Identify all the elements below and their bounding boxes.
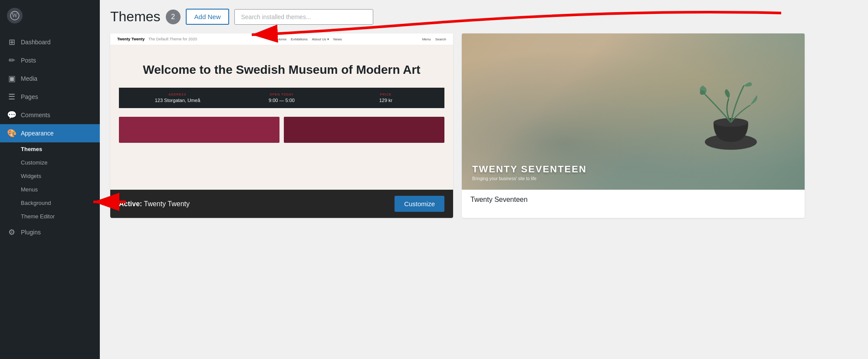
tt-nav-logo: Twenty Twenty The Default Theme for 2020: [117, 37, 197, 41]
sidebar-logo: W: [0, 0, 100, 31]
posts-icon: ✏: [7, 56, 16, 65]
nav-section-main: ⊞ Dashboard ✏ Posts ▣ Media ☰ Pages 💬 Co…: [0, 33, 100, 241]
tt-value-hours: 9:00 — 5:00: [232, 98, 332, 103]
sidebar-subitem-background[interactable]: Background: [0, 196, 100, 210]
tt-nav-right: Menu Search: [422, 37, 446, 41]
tt-block-1: [119, 117, 279, 143]
sidebar-item-media[interactable]: ▣ Media: [0, 69, 100, 88]
sidebar-item-label: Comments: [21, 112, 50, 119]
add-new-button[interactable]: Add New: [186, 9, 230, 25]
sidebar-subitem-label: Background: [21, 200, 51, 206]
tt-block-2: [284, 117, 444, 143]
customize-button[interactable]: Customize: [395, 196, 444, 212]
sidebar-item-dashboard[interactable]: ⊞ Dashboard: [0, 33, 100, 51]
main-content: Themes 2 Add New Twenty Twenty The Defau…: [100, 0, 868, 359]
theme-footer-twenty-twenty: Active: Twenty Twenty Customize: [110, 190, 453, 218]
theme-preview-twenty-twenty: Twenty Twenty The Default Theme for 2020…: [110, 33, 453, 190]
page-title: Themes: [110, 9, 161, 25]
tt-label-address: ADDRESS: [128, 93, 227, 96]
tt-info-bar: ADDRESS 123 Storgatan, Umeå OPEN TODAY 9…: [119, 88, 444, 108]
sidebar-subitem-themes[interactable]: Themes: [0, 142, 100, 156]
tt-bottom-blocks: [110, 112, 453, 148]
tt-nav: Twenty Twenty The Default Theme for 2020…: [110, 33, 453, 45]
sidebar-item-label: Media: [21, 75, 37, 82]
tt-info-price: PRICE 129 kr: [336, 93, 436, 103]
theme-card-twenty-seventeen[interactable]: TWENTY SEVENTEEN Bringing your business'…: [462, 33, 805, 218]
sidebar-item-label: Plugins: [21, 229, 41, 236]
ts-theme-subtitle: Bringing your business' site to life: [472, 176, 794, 181]
sidebar-item-comments[interactable]: 💬 Comments: [0, 106, 100, 124]
nav-menu: Menu: [422, 37, 431, 41]
sidebar-item-appearance[interactable]: 🎨 Appearance: [0, 124, 100, 142]
pages-icon: ☰: [7, 92, 16, 102]
sidebar-subitem-menus[interactable]: Menus: [0, 183, 100, 196]
tt-label-hours: OPEN TODAY: [232, 93, 332, 96]
theme-name-twenty-seventeen: Twenty Seventeen: [470, 196, 796, 204]
tt-label-price: PRICE: [336, 93, 436, 96]
tt-logo-text: Twenty Twenty: [117, 37, 145, 41]
media-icon: ▣: [7, 74, 16, 83]
sidebar: W ⊞ Dashboard ✏ Posts ▣ Media ☰ Pages 💬 …: [0, 0, 100, 359]
theme-card-twenty-twenty[interactable]: Twenty Twenty The Default Theme for 2020…: [110, 33, 453, 218]
active-prefix: Active:: [119, 200, 142, 207]
ts-overlay: TWENTY SEVENTEEN Bringing your business'…: [462, 155, 805, 190]
tt-info-address: ADDRESS 123 Storgatan, Umeå: [128, 93, 227, 103]
tt-info-hours: OPEN TODAY 9:00 — 5:00: [232, 93, 332, 103]
sidebar-subitem-theme-editor[interactable]: Theme Editor: [0, 210, 100, 223]
theme-card-footer-twenty-seventeen: Twenty Seventeen: [462, 190, 805, 210]
tt-value-address: 123 Storgatan, Umeå: [128, 98, 227, 103]
tt-nav-links: Home Exhibitions About Us ▾ News: [277, 37, 342, 41]
sidebar-subitem-label: Menus: [21, 186, 38, 193]
sidebar-subitem-label: Theme Editor: [21, 213, 55, 220]
wordpress-icon: W: [7, 8, 23, 23]
ts-theme-title: TWENTY SEVENTEEN: [472, 164, 794, 175]
nav-link-home: Home: [277, 37, 286, 41]
comments-icon: 💬: [7, 110, 16, 120]
tt-value-price: 129 kr: [336, 98, 436, 103]
sidebar-subitem-label: Themes: [21, 146, 42, 152]
plugins-icon: ⚙: [7, 227, 16, 237]
sidebar-item-label: Pages: [21, 93, 38, 100]
sidebar-subitem-label: Customize: [21, 159, 47, 166]
sidebar-item-label: Posts: [21, 57, 36, 64]
themes-grid: Twenty Twenty The Default Theme for 2020…: [110, 33, 805, 218]
tt-hero-heading: Welcome to the Swedish Museum of Modern …: [119, 63, 444, 77]
nav-search: Search: [435, 37, 446, 41]
ts-plant-svg: [692, 59, 770, 155]
active-theme-name: Twenty Twenty: [144, 200, 190, 207]
sidebar-item-pages[interactable]: ☰ Pages: [0, 88, 100, 106]
theme-preview-twenty-seventeen: TWENTY SEVENTEEN Bringing your business'…: [462, 33, 805, 190]
dashboard-icon: ⊞: [7, 37, 16, 47]
nav-link-exhibitions: Exhibitions: [291, 37, 308, 41]
nav-link-news: News: [333, 37, 342, 41]
sidebar-item-posts[interactable]: ✏ Posts: [0, 51, 100, 69]
page-header: Themes 2 Add New: [110, 9, 858, 25]
appearance-icon: 🎨: [7, 128, 16, 138]
active-label: Active: Twenty Twenty: [119, 200, 190, 208]
search-input[interactable]: [234, 9, 373, 25]
sidebar-item-label: Appearance: [21, 130, 54, 137]
sidebar-item-label: Dashboard: [21, 39, 51, 46]
themes-count-badge: 2: [166, 10, 181, 24]
sidebar-subitem-widgets[interactable]: Widgets: [0, 169, 100, 183]
tt-hero: Welcome to the Swedish Museum of Modern …: [110, 45, 453, 88]
svg-text:W: W: [12, 12, 18, 19]
nav-link-about: About Us ▾: [312, 37, 329, 41]
tt-nav-tagline: The Default Theme for 2020: [148, 37, 197, 41]
sidebar-subitem-customize[interactable]: Customize: [0, 156, 100, 169]
sidebar-item-plugins[interactable]: ⚙ Plugins: [0, 223, 100, 241]
sidebar-subitem-label: Widgets: [21, 173, 41, 179]
